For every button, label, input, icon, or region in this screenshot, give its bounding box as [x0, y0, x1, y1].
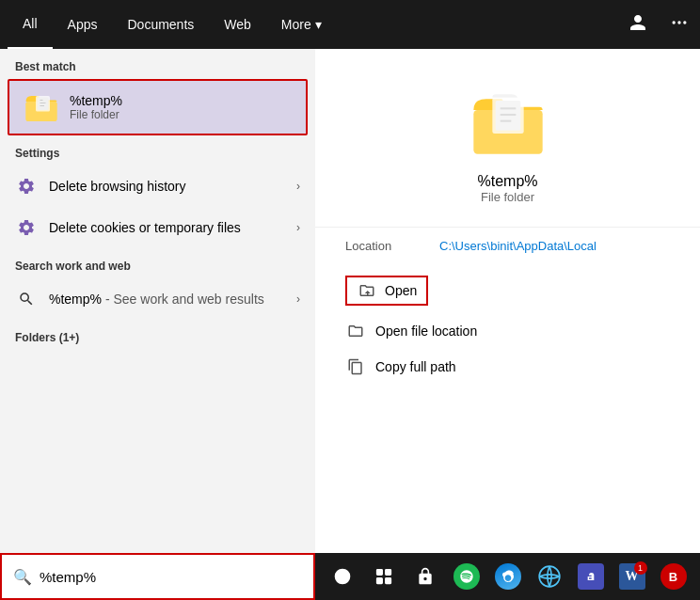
tab-more[interactable]: More ▾ — [266, 0, 337, 49]
lock-button[interactable] — [408, 560, 442, 593]
svg-rect-15 — [385, 570, 390, 576]
location-value[interactable]: C:\Users\binit\AppData\Local — [439, 239, 597, 253]
best-match-label: Best match — [0, 49, 315, 79]
delete-browsing-label: Delete browsing history — [49, 179, 296, 194]
folders-label: Folders (1+) — [0, 320, 315, 350]
action-copy-full-path[interactable]: Copy full path — [345, 349, 670, 385]
search-input[interactable] — [40, 569, 302, 585]
ellipsis-icon[interactable] — [666, 9, 692, 40]
globe-icon[interactable] — [533, 560, 566, 593]
search-icon-taskbar: 🔍 — [13, 568, 32, 586]
preview-title: %temp% — [477, 173, 537, 190]
search-web-label: Search work and web — [0, 248, 315, 278]
tab-apps[interactable]: Apps — [53, 0, 113, 49]
folder-icon — [24, 90, 58, 124]
word-icon[interactable]: W 1 — [615, 560, 649, 593]
taskbar-icons: W 1 B — [315, 560, 700, 593]
user-avatar-taskbar[interactable]: B — [657, 560, 691, 593]
best-match-subtitle: File folder — [70, 108, 122, 121]
gear-icon-1 — [15, 175, 38, 197]
svg-point-2 — [683, 21, 686, 24]
left-panel: Best match %temp% File folder Settings D… — [0, 49, 315, 553]
best-match-title: %temp% — [70, 93, 122, 108]
best-match-text: %temp% File folder — [70, 93, 122, 121]
location-row: Location C:\Users\binit\AppData\Local — [315, 227, 700, 264]
settings-label: Settings — [0, 135, 315, 166]
open-button[interactable]: Open — [345, 276, 428, 306]
copy-icon — [345, 356, 366, 377]
edge-icon[interactable] — [491, 560, 525, 593]
search-web-label-item: %temp% - See work and web results — [49, 292, 296, 307]
tab-all[interactable]: All — [8, 0, 53, 49]
person-icon[interactable] — [625, 9, 651, 40]
open-file-location-icon — [345, 321, 366, 341]
main-content: Best match %temp% File folder Settings D… — [0, 49, 700, 553]
tab-documents[interactable]: Documents — [112, 0, 209, 49]
top-navigation: All Apps Documents Web More ▾ — [0, 0, 700, 49]
arrow-icon-2: › — [296, 221, 300, 234]
svg-point-1 — [677, 21, 680, 24]
menu-item-delete-browsing[interactable]: Delete browsing history › — [0, 166, 315, 207]
right-panel: %temp% File folder Location C:\Users\bin… — [315, 49, 700, 553]
nav-right-icons — [625, 9, 692, 40]
location-label: Location — [345, 239, 439, 253]
svg-rect-14 — [376, 570, 382, 576]
action-open-file-location[interactable]: Open file location — [345, 313, 670, 349]
copy-full-path-label: Copy full path — [375, 359, 456, 374]
task-view-button[interactable] — [367, 560, 401, 593]
tab-web[interactable]: Web — [209, 0, 266, 49]
open-icon — [357, 280, 377, 301]
search-work-web-item[interactable]: %temp% - See work and web results › — [0, 278, 315, 320]
best-match-item[interactable]: %temp% File folder — [8, 79, 308, 135]
taskbar: 🔍 — [0, 553, 700, 600]
gear-icon-2 — [15, 216, 38, 239]
word-badge: 1 — [634, 561, 647, 575]
svg-rect-6 — [38, 98, 49, 111]
spotify-icon[interactable] — [450, 560, 484, 593]
search-icon-left — [15, 288, 38, 310]
menu-item-delete-cookies[interactable]: Delete cookies or temporary files › — [0, 207, 315, 248]
start-button[interactable] — [326, 560, 359, 593]
teams-icon[interactable] — [574, 560, 608, 593]
arrow-icon-1: › — [296, 180, 300, 193]
svg-rect-17 — [385, 578, 390, 584]
folder-preview-icon — [470, 87, 546, 162]
preview-subtitle: File folder — [481, 190, 534, 204]
open-file-location-label: Open file location — [375, 324, 477, 339]
action-list: Open Open file location Copy full path — [315, 264, 700, 385]
file-preview: %temp% File folder — [470, 87, 546, 204]
action-open[interactable]: Open — [345, 268, 670, 313]
svg-point-18 — [539, 566, 560, 587]
svg-point-13 — [334, 569, 350, 585]
svg-point-0 — [673, 21, 676, 24]
svg-rect-16 — [376, 578, 382, 584]
search-box[interactable]: 🔍 — [0, 553, 315, 600]
open-label: Open — [385, 283, 417, 298]
arrow-icon-3: › — [296, 292, 300, 306]
delete-cookies-label: Delete cookies or temporary files — [49, 220, 296, 235]
